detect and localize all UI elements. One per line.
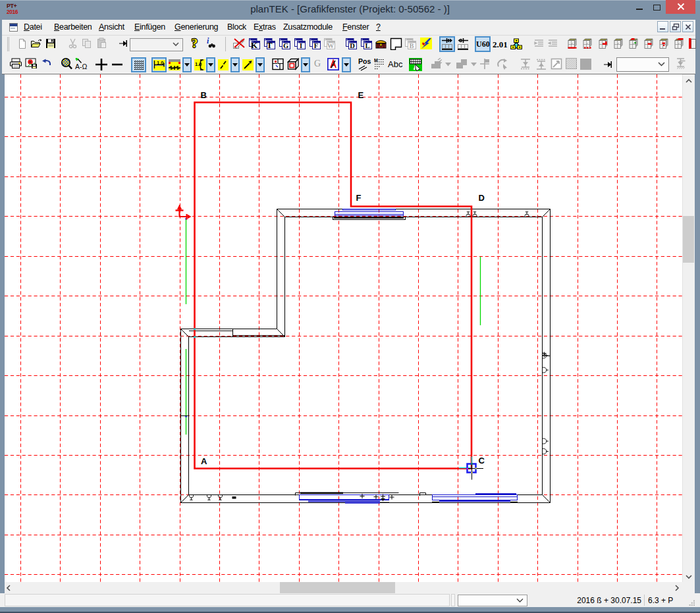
svg-text:K: K xyxy=(251,40,258,50)
svg-text:?: ? xyxy=(192,37,198,49)
svg-text:I: I xyxy=(300,42,302,49)
svg-text:L: L xyxy=(365,42,369,49)
svg-text:F: F xyxy=(314,42,318,49)
svg-text:F: F xyxy=(356,193,362,203)
svg-text:i: i xyxy=(207,37,209,45)
svg-text:G: G xyxy=(283,42,288,49)
svg-text:Pos: Pos xyxy=(358,58,371,65)
svg-text:D: D xyxy=(350,42,355,49)
svg-text:A: A xyxy=(201,456,207,466)
svg-text:T: T xyxy=(267,40,273,50)
svg-text:W: W xyxy=(327,42,335,49)
svg-text:B: B xyxy=(409,42,414,49)
svg-text:D: D xyxy=(479,193,485,203)
svg-text:E: E xyxy=(358,90,364,100)
svg-text:A-Ω: A-Ω xyxy=(75,63,88,70)
svg-text:C: C xyxy=(479,456,485,466)
svg-text:B: B xyxy=(201,90,207,100)
